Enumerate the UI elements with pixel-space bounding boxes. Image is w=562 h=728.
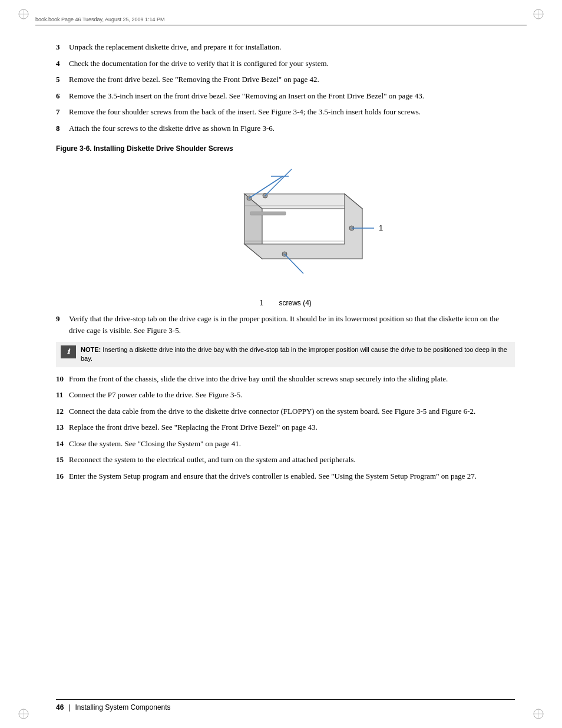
list-item: 14 Close the system. See "Closing the Sy… <box>56 438 515 450</box>
footer: 46 | Installing System Components <box>56 699 515 711</box>
figure-legend: 1 screws (4) <box>56 299 515 307</box>
list-item: 11 Connect the P7 power cable to the dri… <box>56 389 515 401</box>
list-item: 12 Connect the data cable from the drive… <box>56 406 515 417</box>
step-num: 6 <box>56 90 69 102</box>
step-text: Remove the 3.5-inch insert on the front … <box>69 90 515 102</box>
step-text: Replace the front drive bezel. See "Repl… <box>69 421 515 433</box>
list-item: 10 From the front of the chassis, slide … <box>56 373 515 385</box>
svg-text:1: 1 <box>379 223 383 232</box>
step-text: Verify that the drive-stop tab on the dr… <box>69 313 515 336</box>
list-item: 4 Check the documentation for the drive … <box>56 58 515 70</box>
step-num: 4 <box>56 58 69 70</box>
step-num: 14 <box>56 438 69 450</box>
note-label: NOTE: <box>81 346 103 353</box>
corner-mark-tl <box>18 8 29 20</box>
footer-page-num: 46 <box>56 703 64 711</box>
step-num: 7 <box>56 106 69 118</box>
drive-svg: 1 <box>174 159 398 294</box>
content-area: 3 Unpack the replacement diskette drive,… <box>56 41 515 669</box>
page-container: book.book Page 46 Tuesday, August 25, 20… <box>0 0 562 728</box>
step-text: Unpack the replacement diskette drive, a… <box>69 41 515 53</box>
step-num: 11 <box>56 389 69 401</box>
note-icon: ℹ <box>61 345 76 358</box>
header-text: book.book Page 46 Tuesday, August 25, 20… <box>35 17 165 22</box>
step-num: 16 <box>56 470 69 482</box>
legend-number: 1 <box>259 299 263 307</box>
list-item: 16 Enter the System Setup program and en… <box>56 470 515 482</box>
step-num: 3 <box>56 41 69 53</box>
list-item: 7 Remove the four shoulder screws from t… <box>56 106 515 118</box>
list-item: 5 Remove the front drive bezel. See "Rem… <box>56 74 515 85</box>
figure-label: Figure 3-6. <box>56 144 92 153</box>
step-num: 12 <box>56 406 69 417</box>
note-text: NOTE: Inserting a diskette drive into th… <box>81 345 510 364</box>
figure-section: Figure 3-6. Installing Diskette Drive Sh… <box>56 144 515 307</box>
step-text: From the front of the chassis, slide the… <box>69 373 515 385</box>
step-num: 15 <box>56 454 69 466</box>
step-text: Reconnect the system to the electrical o… <box>69 454 515 466</box>
figure-caption: Figure 3-6. Installing Diskette Drive Sh… <box>56 144 515 153</box>
svg-rect-17 <box>250 212 286 215</box>
step-text: Remove the four shoulder screws from the… <box>69 106 515 118</box>
corner-mark-br <box>533 708 544 720</box>
step-text: Close the system. See "Closing the Syste… <box>69 438 515 450</box>
svg-line-22 <box>265 169 292 196</box>
footer-separator: | <box>68 703 70 711</box>
step-text: Check the documentation for the drive to… <box>69 58 515 70</box>
note-body: Inserting a diskette drive into the driv… <box>81 346 507 362</box>
list-item: 6 Remove the 3.5-inch insert on the fron… <box>56 90 515 102</box>
step-num: 13 <box>56 421 69 433</box>
step-text: Attach the four screws to the diskette d… <box>69 123 515 134</box>
list-item: 9 Verify that the drive-stop tab on the … <box>56 313 515 336</box>
step-num: 9 <box>56 313 69 336</box>
figure-title: Installing Diskette Drive Shoulder Screw… <box>94 144 233 153</box>
step-num: 5 <box>56 74 69 85</box>
step-text: Enter the System Setup program and ensur… <box>69 470 515 482</box>
step-text: Connect the data cable from the drive to… <box>69 406 515 417</box>
legend-text: screws (4) <box>279 299 312 307</box>
step-text: Remove the front drive bezel. See "Remov… <box>69 74 515 85</box>
list-item: 8 Attach the four screws to the diskette… <box>56 123 515 134</box>
list-item: 13 Replace the front drive bezel. See "R… <box>56 421 515 433</box>
step-text: Connect the P7 power cable to the drive.… <box>69 389 515 401</box>
note-box: ℹ NOTE: Inserting a diskette drive into … <box>56 342 515 367</box>
step-num: 10 <box>56 373 69 385</box>
header-bar: book.book Page 46 Tuesday, August 25, 20… <box>35 17 527 25</box>
step-num: 8 <box>56 123 69 134</box>
footer-title: Installing System Components <box>75 703 170 711</box>
corner-mark-bl <box>18 708 29 720</box>
list-item: 15 Reconnect the system to the electrica… <box>56 454 515 466</box>
legend-spacer <box>265 299 277 307</box>
drive-illustration: 1 <box>174 159 398 294</box>
list-item: 3 Unpack the replacement diskette drive,… <box>56 41 515 53</box>
corner-mark-tr <box>533 8 544 20</box>
